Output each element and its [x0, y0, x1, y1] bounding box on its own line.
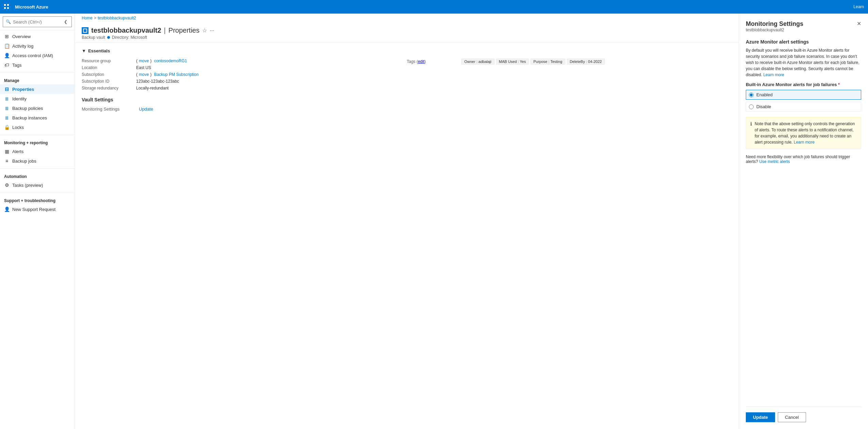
- sidebar-item-label: Backup policies: [12, 106, 43, 111]
- learn-link[interactable]: Learn: [853, 4, 864, 9]
- top-bar-right: Learn: [853, 4, 864, 9]
- automation-section-title: Automation: [0, 171, 75, 180]
- directory: Directory: Microsoft: [112, 35, 147, 40]
- radio-disable-label: Disable: [756, 104, 771, 109]
- panel-close-button[interactable]: ✕: [857, 20, 861, 27]
- cancel-button[interactable]: Cancel: [778, 412, 806, 422]
- overview-icon: ⊞: [4, 34, 10, 39]
- more-options-icon[interactable]: ···: [210, 28, 214, 34]
- breadcrumb: Home > testblobbackupvault2: [75, 14, 739, 22]
- dot-separator: [107, 36, 110, 39]
- favorite-icon[interactable]: ☆: [202, 27, 207, 34]
- sidebar-divider-4: [0, 193, 75, 193]
- subscription-link[interactable]: Backup PM Subscription: [154, 72, 199, 77]
- subscription-id-label: Subscription ID: [82, 79, 136, 84]
- sidebar-item-properties[interactable]: ⊟ Properties: [0, 84, 75, 94]
- resource-group-link[interactable]: contosodemoRG1: [154, 59, 187, 63]
- sidebar-item-new-support[interactable]: 👤 New Support Request: [0, 204, 75, 214]
- tag-2: MAB Used : Yes: [496, 59, 529, 65]
- sidebar-item-tags[interactable]: 🏷 Tags: [0, 60, 75, 70]
- panel-title-group: Monitoring Settings testblobbackupvault2: [746, 20, 803, 38]
- sidebar-divider-1: [0, 72, 75, 73]
- search-box[interactable]: 🔍 ❮: [3, 16, 72, 27]
- radio-group-label-text: Built-in Azure Monitor alerts for job fa…: [746, 82, 837, 87]
- top-bar-title: Microsoft Azure: [15, 4, 48, 10]
- info-box: ℹ Note that the above setting only contr…: [746, 117, 861, 149]
- essentials-title: Essentials: [88, 48, 110, 53]
- search-icon: 🔍: [6, 19, 11, 24]
- sidebar-item-label: Access control (IAM): [12, 53, 53, 58]
- tags-icon: 🏷: [4, 62, 10, 68]
- manage-section: Manage ⊟ Properties ||| Identity ||| Bac…: [0, 74, 75, 133]
- panel-section-title: Azure Monitor alert settings: [746, 39, 861, 45]
- radio-enabled-input[interactable]: [749, 93, 754, 97]
- monitoring-update-link[interactable]: Update: [139, 106, 153, 112]
- tags-list: Owner : adbalaji MAB Used : Yes Purpose …: [461, 59, 605, 65]
- breadcrumb-current[interactable]: testblobbackupvault2: [98, 16, 136, 20]
- sidebar-item-label: Locks: [12, 125, 24, 130]
- sidebar-item-label: Identity: [12, 96, 27, 101]
- info-learn-more-link[interactable]: Learn more: [794, 140, 815, 145]
- sidebar: 🔍 ❮ ⊞ Overview 📋 Activity log 👤 Access c…: [0, 14, 75, 429]
- radio-disable-input[interactable]: [749, 104, 754, 109]
- tags-edit-link[interactable]: edit: [418, 59, 424, 64]
- subscription-id-row: Subscription ID 123abc-123abc-123abc: [82, 78, 407, 85]
- properties-icon: ⊟: [4, 86, 10, 92]
- sidebar-item-tasks[interactable]: ⚙ Tasks (preview): [0, 180, 75, 190]
- breadcrumb-home[interactable]: Home: [82, 16, 93, 20]
- use-metric-alerts-link[interactable]: Use metric alerts: [759, 159, 790, 164]
- subscription-move-link[interactable]: move: [139, 72, 149, 77]
- page-subtitle: Properties: [168, 27, 199, 34]
- resource-group-move-link[interactable]: move: [139, 59, 149, 63]
- sidebar-item-alerts[interactable]: ▦ Alerts: [0, 147, 75, 156]
- collapse-icon[interactable]: ❮: [63, 18, 69, 26]
- panel-subtitle: testblobbackupvault2: [746, 28, 803, 32]
- panel-description: By default you will receive built-in Azu…: [746, 47, 861, 78]
- sidebar-item-access-control[interactable]: 👤 Access control (IAM): [0, 51, 75, 60]
- essentials-right: Tags (edit) Owner : adbalaji MAB Used : …: [407, 57, 732, 92]
- radio-option-disable[interactable]: Disable: [746, 102, 861, 112]
- manage-section-title: Manage: [0, 76, 75, 84]
- tasks-icon: ⚙: [4, 182, 10, 188]
- radio-option-enabled[interactable]: Enabled: [746, 90, 861, 100]
- sidebar-item-label: Activity log: [12, 44, 33, 49]
- backup-instances-icon: |||: [4, 115, 10, 120]
- essentials-left: Resource group (move) contosodemoRG1 Loc…: [82, 57, 407, 92]
- sidebar-item-label: Backup jobs: [12, 159, 36, 164]
- resource-group-label: Resource group: [82, 59, 136, 63]
- identity-icon: |||: [4, 96, 10, 101]
- sidebar-item-label: Tasks (preview): [12, 183, 43, 188]
- search-input[interactable]: [13, 19, 61, 24]
- sidebar-item-identity[interactable]: ||| Identity: [0, 94, 75, 103]
- learn-more-link[interactable]: Learn more: [763, 72, 784, 77]
- activity-log-icon: 📋: [4, 43, 10, 49]
- location-value: East US: [136, 65, 151, 70]
- flexibility-text: Need more flexibility over which job fai…: [746, 154, 861, 164]
- sidebar-item-activity-log[interactable]: 📋 Activity log: [0, 41, 75, 51]
- sidebar-main-section: ⊞ Overview 📋 Activity log 👤 Access contr…: [0, 30, 75, 71]
- subscription-row: Subscription (move) Backup PM Subscripti…: [82, 71, 407, 78]
- required-marker: *: [838, 82, 840, 87]
- tags-value: Owner : adbalaji MAB Used : Yes Purpose …: [461, 59, 605, 65]
- subscription-id-value: 123abc-123abc-123abc: [136, 79, 179, 84]
- alerts-icon: ▦: [4, 149, 10, 154]
- monitoring-section-title: Monitoring + reporting: [0, 138, 75, 147]
- support-section: Support + troubleshooting 👤 New Support …: [0, 194, 75, 215]
- sidebar-item-label: Tags: [12, 63, 21, 68]
- sidebar-item-backup-instances[interactable]: ||| Backup instances: [0, 113, 75, 122]
- access-control-icon: 👤: [4, 53, 10, 58]
- essentials-chevron: ▼: [82, 48, 86, 53]
- sidebar-item-label: Overview: [12, 34, 31, 39]
- alert-radio-group: Enabled Disable: [746, 90, 861, 112]
- sidebar-item-overview[interactable]: ⊞ Overview: [0, 32, 75, 41]
- sidebar-item-locks[interactable]: 🔒 Locks: [0, 122, 75, 132]
- panel-footer: Update Cancel: [746, 407, 861, 422]
- update-button[interactable]: Update: [746, 412, 775, 422]
- tag-1: Owner : adbalaji: [461, 59, 495, 65]
- sidebar-item-label: Properties: [12, 87, 34, 92]
- essentials-grid: Resource group (move) contosodemoRG1 Loc…: [82, 57, 732, 92]
- sidebar-item-backup-policies[interactable]: ||| Backup policies: [0, 103, 75, 113]
- essentials-header[interactable]: ▼ Essentials: [82, 48, 732, 53]
- monitoring-section: Monitoring + reporting ▦ Alerts ≡ Backup…: [0, 136, 75, 167]
- sidebar-item-backup-jobs[interactable]: ≡ Backup jobs: [0, 156, 75, 166]
